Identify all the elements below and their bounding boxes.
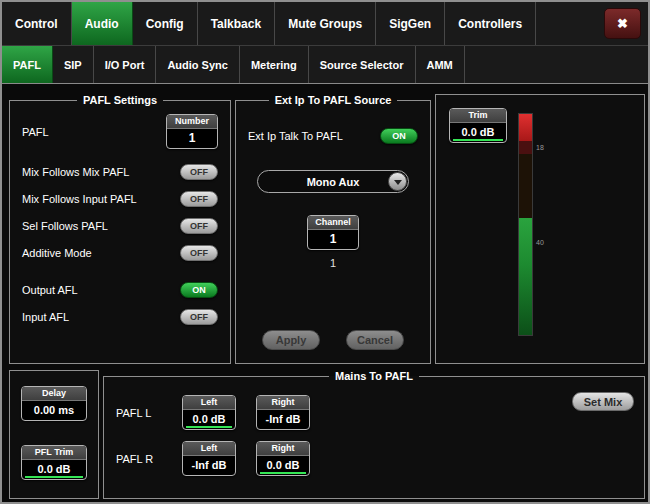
pafl-r-right-value: 0.0 dB <box>257 456 309 475</box>
cancel-button[interactable]: Cancel <box>346 330 404 350</box>
additive-mode-toggle[interactable]: OFF <box>180 245 218 261</box>
trim-value: 0.0 dB <box>450 123 506 142</box>
delay-value: 0.00 ms <box>22 401 86 420</box>
ext-ip-talk-row: Ext Ip Talk To PAFL ON <box>248 128 418 144</box>
pafl-label: PAFL <box>22 126 49 138</box>
setting-row: Mix Follows Input PAFL OFF <box>22 190 218 207</box>
subtab-pafl[interactable]: PAFL <box>2 46 53 83</box>
subtab-audio-sync[interactable]: Audio Sync <box>156 46 240 83</box>
pafl-r-right-field[interactable]: Right 0.0 dB <box>256 441 310 476</box>
pafl-number-field-label: Number <box>167 115 217 129</box>
chevron-glyph <box>394 180 402 185</box>
tab-audio[interactable]: Audio <box>72 2 133 45</box>
channel-field-label: Channel <box>308 216 358 230</box>
tab-control[interactable]: Control <box>2 2 72 45</box>
apply-cancel-row: Apply Cancel <box>248 330 418 350</box>
pafl-l-right-value: -Inf dB <box>257 410 309 429</box>
sub-tab-bar: PAFL SIP I/O Port Audio Sync Metering So… <box>2 46 648 84</box>
meter-tick: 40 <box>536 239 544 246</box>
sel-follows-pafl-toggle[interactable]: OFF <box>180 218 218 234</box>
pafl-r-left-field[interactable]: Left -Inf dB <box>182 441 236 476</box>
channel-field[interactable]: Channel 1 <box>307 215 359 250</box>
setting-row: Sel Follows PAFL OFF <box>22 217 218 234</box>
input-afl-toggle[interactable]: OFF <box>180 309 218 325</box>
mix-follows-input-pafl-label: Mix Follows Input PAFL <box>22 193 137 205</box>
pafl-setup-screen: Control Audio Config Talkback Mute Group… <box>0 0 650 504</box>
trim-field[interactable]: Trim 0.0 dB <box>449 108 507 143</box>
mains-to-pafl-panel: Mains To PAFL Set Mix PAFL L Left 0.0 dB… <box>103 370 645 499</box>
mix-follows-mix-pafl-label: Mix Follows Mix PAFL <box>22 166 129 178</box>
mains-to-pafl-title: Mains To PAFL <box>329 370 419 382</box>
right-field-label: Right <box>257 442 309 456</box>
output-afl-label: Output AFL <box>22 284 78 296</box>
pafl-l-left-value: 0.0 dB <box>183 410 235 429</box>
input-afl-label: Input AFL <box>22 311 69 323</box>
right-field-label: Right <box>257 396 309 410</box>
subtab-amm[interactable]: AMM <box>416 46 465 83</box>
meter-green-segment <box>519 218 532 335</box>
set-mix-button[interactable]: Set Mix <box>572 392 634 411</box>
close-button[interactable]: ✖ <box>604 8 641 39</box>
main-tab-bar: Control Audio Config Talkback Mute Group… <box>2 2 648 46</box>
setting-row: Additive Mode OFF <box>22 244 218 261</box>
close-icon: ✖ <box>617 16 628 31</box>
channel-value: 1 <box>308 230 358 249</box>
source-dropdown-value: Mono Aux <box>307 176 360 188</box>
meter-tick: 18 <box>536 144 544 151</box>
additive-mode-label: Additive Mode <box>22 247 92 259</box>
delay-field-label: Delay <box>22 387 86 401</box>
pafl-l-label: PAFL L <box>116 407 162 419</box>
tab-config[interactable]: Config <box>133 2 198 45</box>
mains-row-pafl-l: PAFL L Left 0.0 dB Right -Inf dB <box>116 395 644 430</box>
tab-controllers[interactable]: Controllers <box>445 2 536 45</box>
chevron-down-icon[interactable] <box>388 172 407 191</box>
subtab-sip[interactable]: SIP <box>53 46 94 83</box>
pafl-meter-panel: Trim 0.0 dB 18 40 <box>435 94 645 364</box>
tab-mute-groups[interactable]: Mute Groups <box>275 2 376 45</box>
setting-row: Output AFL ON <box>22 281 218 298</box>
mix-follows-input-pafl-toggle[interactable]: OFF <box>180 191 218 207</box>
subtab-metering[interactable]: Metering <box>240 46 309 83</box>
pafl-settings-panel: PAFL Settings PAFL Number 1 Mix Follows … <box>9 94 231 364</box>
trim-field-label: Trim <box>450 109 506 123</box>
pafl-l-right-field[interactable]: Right -Inf dB <box>256 395 310 430</box>
pfl-trim-field[interactable]: PFL Trim 0.0 dB <box>21 445 87 480</box>
source-dropdown[interactable]: Mono Aux <box>257 170 409 193</box>
subtab-io-port[interactable]: I/O Port <box>94 46 157 83</box>
pafl-r-left-value: -Inf dB <box>183 456 235 475</box>
setting-row: Input AFL OFF <box>22 308 218 325</box>
sel-follows-pafl-label: Sel Follows PAFL <box>22 220 108 232</box>
mix-follows-mix-pafl-toggle[interactable]: OFF <box>180 164 218 180</box>
pfl-trim-field-label: PFL Trim <box>22 446 86 460</box>
apply-button[interactable]: Apply <box>262 330 320 350</box>
ext-ip-panel-title: Ext Ip To PAFL Source <box>269 94 398 106</box>
pafl-l-left-field[interactable]: Left 0.0 dB <box>182 395 236 430</box>
tab-talkback[interactable]: Talkback <box>198 2 275 45</box>
pfl-trim-value: 0.0 dB <box>22 460 86 479</box>
ext-ip-talk-toggle[interactable]: ON <box>380 128 418 144</box>
pafl-number-value: 1 <box>167 129 217 148</box>
pafl-number-row: PAFL Number 1 <box>22 114 218 149</box>
left-field-label: Left <box>183 442 235 456</box>
pafl-level-meter <box>518 113 533 336</box>
meter-darkred-segment <box>519 141 532 154</box>
channel-confirmed-value: 1 <box>248 257 418 269</box>
left-field-label: Left <box>183 396 235 410</box>
pafl-number-field[interactable]: Number 1 <box>166 114 218 149</box>
delay-field[interactable]: Delay 0.00 ms <box>21 386 87 421</box>
ext-ip-panel: Ext Ip To PAFL Source Ext Ip Talk To PAF… <box>235 94 431 364</box>
meter-red-segment <box>519 114 532 141</box>
pafl-settings-title: PAFL Settings <box>77 94 163 106</box>
pafl-r-label: PAFL R <box>116 453 162 465</box>
mains-row-pafl-r: PAFL R Left -Inf dB Right 0.0 dB <box>116 441 644 476</box>
meter-unlit-segment <box>519 154 532 218</box>
tab-siggen[interactable]: SigGen <box>376 2 445 45</box>
subtab-source-selector[interactable]: Source Selector <box>309 46 416 83</box>
pafl-output-panel: Delay 0.00 ms PFL Trim 0.0 dB <box>9 370 99 499</box>
output-afl-toggle[interactable]: ON <box>180 282 218 298</box>
setting-row: Mix Follows Mix PAFL OFF <box>22 163 218 180</box>
ext-ip-talk-label: Ext Ip Talk To PAFL <box>248 130 343 142</box>
